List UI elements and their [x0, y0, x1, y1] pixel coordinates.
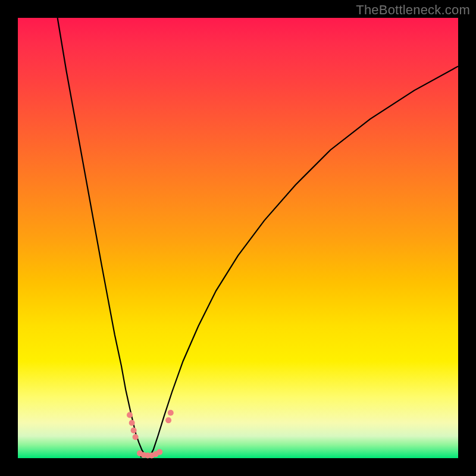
curve-left-branch — [58, 18, 146, 456]
chart-plot-area — [18, 18, 458, 458]
data-point — [127, 412, 133, 418]
chart-svg — [18, 18, 458, 458]
data-point — [165, 417, 171, 423]
data-point — [131, 427, 137, 433]
data-point — [133, 434, 139, 440]
data-point — [129, 420, 135, 426]
curve-right-branch — [150, 66, 458, 456]
data-points — [127, 410, 174, 459]
watermark-text: TheBottleneck.com — [356, 2, 470, 18]
chart-frame: TheBottleneck.com — [0, 0, 476, 476]
data-point — [168, 410, 174, 416]
data-point — [156, 449, 162, 455]
